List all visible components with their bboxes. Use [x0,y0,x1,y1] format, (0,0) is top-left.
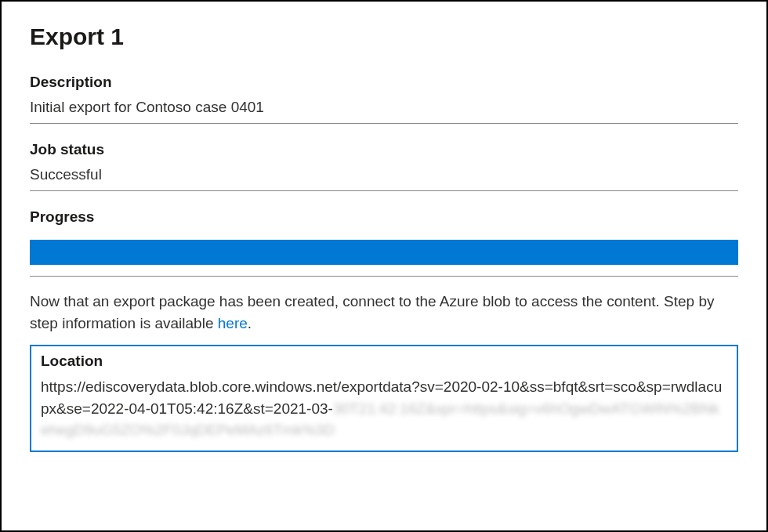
progress-bar-fill [30,240,738,265]
location-label: Location [41,353,727,370]
description-label: Description [30,74,738,91]
job-status-value: Successful [30,166,738,191]
info-text-after: . [248,315,252,331]
location-url[interactable]: https://ediscoverydata.blob.core.windows… [41,376,727,441]
info-text: Now that an export package has been crea… [30,291,738,334]
job-status-section: Job status Successful [30,141,738,191]
progress-label: Progress [30,208,738,226]
page-title: Export 1 [30,24,738,50]
divider [30,276,738,277]
progress-section: Progress [30,208,738,277]
job-status-label: Job status [30,141,738,158]
info-link-here[interactable]: here [218,315,248,331]
location-box: Location https://ediscoverydata.blob.cor… [30,345,738,452]
info-text-before: Now that an export package has been crea… [30,293,715,331]
description-value: Initial export for Contoso case 0401 [30,99,738,124]
progress-bar [30,240,738,265]
export-details-panel: Export 1 Description Initial export for … [0,0,768,532]
description-section: Description Initial export for Contoso c… [30,74,738,124]
